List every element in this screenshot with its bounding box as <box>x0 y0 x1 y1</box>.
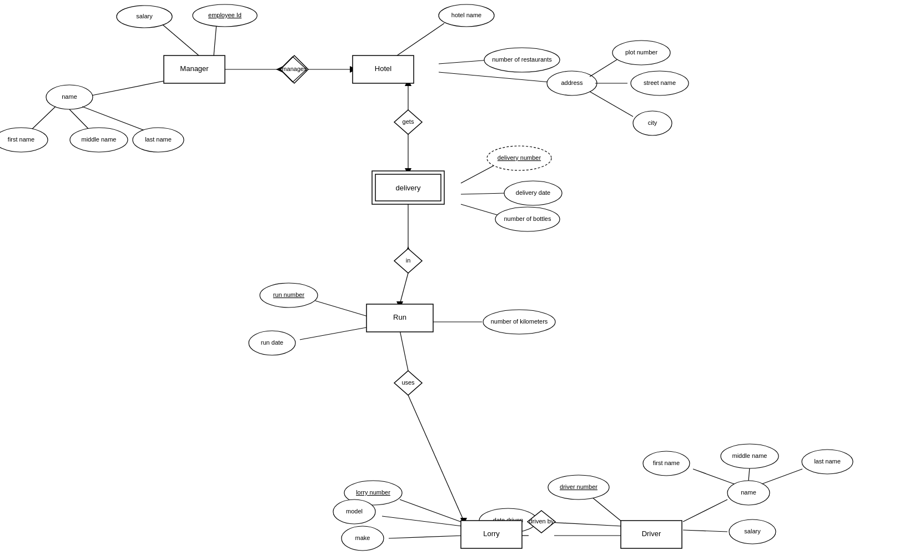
svg-line-44 <box>590 58 619 77</box>
svg-text:delivery date: delivery date <box>516 189 550 196</box>
svg-text:employee Id: employee Id <box>208 12 242 18</box>
in-label: in <box>406 257 411 264</box>
svg-line-77 <box>389 536 464 538</box>
svg-line-56 <box>461 193 505 194</box>
svg-text:city: city <box>648 119 657 126</box>
svg-text:driver number: driver number <box>560 483 597 490</box>
svg-line-50 <box>590 92 633 117</box>
svg-text:make: make <box>355 534 370 541</box>
svg-text:salary: salary <box>744 528 761 534</box>
svg-line-20 <box>214 23 217 56</box>
manages-label: manages <box>282 65 307 72</box>
svg-line-53 <box>461 165 494 183</box>
lorry-label: Lorry <box>483 529 500 538</box>
svg-text:plot number: plot number <box>625 49 657 56</box>
svg-line-86 <box>683 530 727 532</box>
svg-line-26 <box>29 107 56 132</box>
svg-text:lorry number: lorry number <box>356 489 390 496</box>
svg-line-62 <box>315 301 368 316</box>
svg-line-59 <box>461 204 499 215</box>
svg-line-92 <box>693 469 734 484</box>
svg-line-17 <box>161 23 199 56</box>
svg-line-95 <box>749 467 750 481</box>
svg-line-9 <box>400 273 408 304</box>
svg-text:number of kilometers: number of kilometers <box>491 318 548 325</box>
svg-text:last name: last name <box>145 136 172 143</box>
gets-label: gets <box>403 118 414 125</box>
svg-text:run number: run number <box>273 291 305 298</box>
svg-text:hotel name: hotel name <box>451 12 481 18</box>
svg-line-41 <box>439 72 550 82</box>
run-label: Run <box>393 313 406 321</box>
svg-line-38 <box>439 60 490 64</box>
svg-text:number of bottles: number of bottles <box>504 215 551 222</box>
svg-text:middle name: middle name <box>82 136 117 143</box>
svg-line-12 <box>400 330 408 371</box>
svg-line-65 <box>300 327 366 340</box>
svg-text:last name: last name <box>814 458 841 465</box>
manager-label: Manager <box>180 64 209 73</box>
svg-text:name: name <box>62 93 77 100</box>
svg-line-98 <box>762 469 802 484</box>
svg-text:middle name: middle name <box>732 452 767 459</box>
hotel-label: Hotel <box>375 64 391 73</box>
svg-text:address: address <box>561 79 583 86</box>
svg-text:run date: run date <box>261 339 283 346</box>
svg-text:number of restaurants: number of restaurants <box>492 56 552 63</box>
svg-text:first name: first name <box>653 460 680 466</box>
svg-text:street name: street name <box>644 79 676 86</box>
uses-label: uses <box>401 379 415 386</box>
delivery-label: delivery <box>396 184 421 192</box>
svg-text:delivery number: delivery number <box>498 154 541 161</box>
svg-line-89 <box>683 500 727 522</box>
svg-line-35 <box>397 23 444 56</box>
svg-text:model: model <box>346 508 363 514</box>
driven-by-label: driven by <box>529 518 554 524</box>
driver-label: Driver <box>642 529 661 538</box>
svg-line-13 <box>408 395 464 521</box>
svg-text:name: name <box>741 489 756 496</box>
svg-text:first name: first name <box>8 136 34 143</box>
svg-text:salary: salary <box>136 13 153 19</box>
svg-line-80 <box>591 497 622 522</box>
